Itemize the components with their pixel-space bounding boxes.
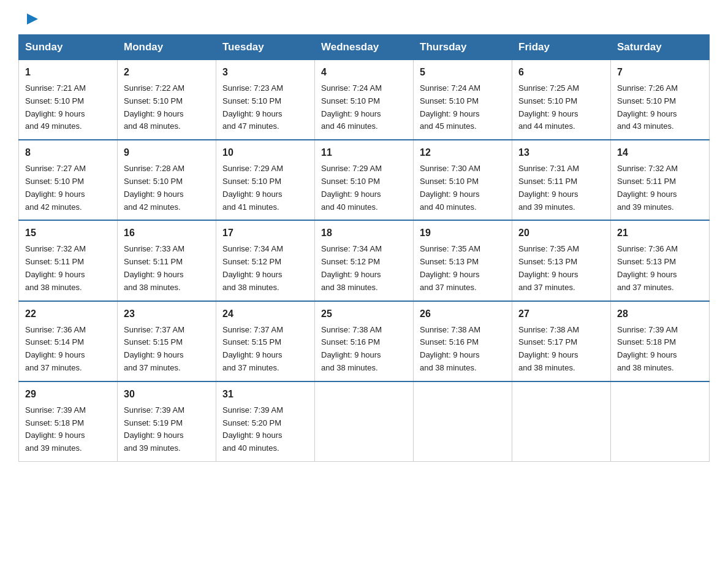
- day-number: 7: [617, 65, 703, 80]
- weekday-header-wednesday: Wednesday: [315, 35, 414, 60]
- page-header: [18, 12, 710, 25]
- calendar-cell: 9Sunrise: 7:28 AMSunset: 5:10 PMDaylight…: [118, 140, 216, 220]
- day-number: 24: [222, 307, 308, 321]
- calendar-week-row: 15Sunrise: 7:32 AMSunset: 5:11 PMDayligh…: [19, 220, 710, 301]
- calendar-cell: 18Sunrise: 7:34 AMSunset: 5:12 PMDayligh…: [315, 220, 414, 301]
- day-number: 4: [321, 65, 407, 80]
- calendar-cell: 22Sunrise: 7:36 AMSunset: 5:14 PMDayligh…: [19, 301, 118, 381]
- day-info: Sunrise: 7:34 AMSunset: 5:12 PMDaylight:…: [321, 243, 407, 294]
- day-number: 25: [321, 307, 407, 321]
- calendar-cell: 23Sunrise: 7:37 AMSunset: 5:15 PMDayligh…: [118, 301, 216, 381]
- logo-triangle-icon: [27, 13, 38, 25]
- calendar-cell: 4Sunrise: 7:24 AMSunset: 5:10 PMDaylight…: [315, 60, 414, 140]
- day-number: 3: [222, 65, 308, 80]
- day-number: 11: [321, 145, 407, 160]
- day-info: Sunrise: 7:36 AMSunset: 5:14 PMDaylight:…: [25, 324, 111, 375]
- calendar-cell: 13Sunrise: 7:31 AMSunset: 5:11 PMDayligh…: [512, 140, 611, 220]
- calendar-cell: 14Sunrise: 7:32 AMSunset: 5:11 PMDayligh…: [611, 140, 710, 220]
- day-info: Sunrise: 7:34 AMSunset: 5:12 PMDaylight:…: [222, 243, 308, 294]
- day-info: Sunrise: 7:27 AMSunset: 5:10 PMDaylight:…: [25, 163, 111, 213]
- day-info: Sunrise: 7:21 AMSunset: 5:10 PMDaylight:…: [25, 82, 111, 133]
- day-info: Sunrise: 7:33 AMSunset: 5:11 PMDaylight:…: [124, 243, 210, 294]
- calendar-cell: 15Sunrise: 7:32 AMSunset: 5:11 PMDayligh…: [19, 220, 118, 301]
- day-number: 31: [222, 387, 308, 402]
- day-number: 26: [420, 307, 506, 321]
- day-info: Sunrise: 7:32 AMSunset: 5:11 PMDaylight:…: [617, 163, 703, 213]
- calendar-week-row: 1Sunrise: 7:21 AMSunset: 5:10 PMDaylight…: [19, 60, 710, 140]
- day-number: 23: [124, 307, 210, 321]
- calendar-cell: 3Sunrise: 7:23 AMSunset: 5:10 PMDaylight…: [216, 60, 315, 140]
- calendar-cell: [512, 381, 611, 462]
- day-number: 29: [25, 387, 111, 402]
- calendar-cell: 30Sunrise: 7:39 AMSunset: 5:19 PMDayligh…: [118, 381, 216, 462]
- day-number: 6: [518, 65, 604, 80]
- day-info: Sunrise: 7:39 AMSunset: 5:19 PMDaylight:…: [124, 404, 210, 455]
- calendar-cell: 17Sunrise: 7:34 AMSunset: 5:12 PMDayligh…: [216, 220, 315, 301]
- day-number: 5: [420, 65, 506, 80]
- calendar-cell: [414, 381, 512, 462]
- calendar-cell: 16Sunrise: 7:33 AMSunset: 5:11 PMDayligh…: [118, 220, 216, 301]
- calendar-cell: 27Sunrise: 7:38 AMSunset: 5:17 PMDayligh…: [512, 301, 611, 381]
- day-info: Sunrise: 7:29 AMSunset: 5:10 PMDaylight:…: [222, 163, 308, 213]
- weekday-header-sunday: Sunday: [19, 35, 118, 60]
- calendar-cell: 8Sunrise: 7:27 AMSunset: 5:10 PMDaylight…: [19, 140, 118, 220]
- day-number: 12: [420, 145, 506, 160]
- day-info: Sunrise: 7:24 AMSunset: 5:10 PMDaylight:…: [420, 82, 506, 133]
- calendar-cell: 29Sunrise: 7:39 AMSunset: 5:18 PMDayligh…: [19, 381, 118, 462]
- day-info: Sunrise: 7:35 AMSunset: 5:13 PMDaylight:…: [518, 243, 604, 294]
- calendar-cell: 2Sunrise: 7:22 AMSunset: 5:10 PMDaylight…: [118, 60, 216, 140]
- day-info: Sunrise: 7:25 AMSunset: 5:10 PMDaylight:…: [518, 82, 604, 133]
- day-info: Sunrise: 7:24 AMSunset: 5:10 PMDaylight:…: [321, 82, 407, 133]
- weekday-header-monday: Monday: [118, 35, 216, 60]
- calendar-cell: 12Sunrise: 7:30 AMSunset: 5:10 PMDayligh…: [414, 140, 512, 220]
- calendar-cell: 28Sunrise: 7:39 AMSunset: 5:18 PMDayligh…: [611, 301, 710, 381]
- weekday-header-tuesday: Tuesday: [216, 35, 315, 60]
- weekday-header-saturday: Saturday: [611, 35, 710, 60]
- day-info: Sunrise: 7:32 AMSunset: 5:11 PMDaylight:…: [25, 243, 111, 294]
- weekday-header-friday: Friday: [512, 35, 611, 60]
- svg-marker-0: [27, 13, 38, 25]
- calendar-cell: 31Sunrise: 7:39 AMSunset: 5:20 PMDayligh…: [216, 381, 315, 462]
- day-number: 20: [518, 226, 604, 240]
- day-number: 28: [617, 307, 703, 321]
- day-number: 9: [124, 145, 210, 160]
- day-number: 22: [25, 307, 111, 321]
- calendar-header-row: SundayMondayTuesdayWednesdayThursdayFrid…: [19, 35, 710, 60]
- weekday-header-thursday: Thursday: [414, 35, 512, 60]
- day-info: Sunrise: 7:29 AMSunset: 5:10 PMDaylight:…: [321, 163, 407, 213]
- day-info: Sunrise: 7:30 AMSunset: 5:10 PMDaylight:…: [420, 163, 506, 213]
- calendar-table: SundayMondayTuesdayWednesdayThursdayFrid…: [18, 34, 710, 462]
- day-number: 10: [222, 145, 308, 160]
- calendar-cell: 7Sunrise: 7:26 AMSunset: 5:10 PMDaylight…: [611, 60, 710, 140]
- calendar-cell: 19Sunrise: 7:35 AMSunset: 5:13 PMDayligh…: [414, 220, 512, 301]
- day-number: 30: [124, 387, 210, 402]
- calendar-week-row: 22Sunrise: 7:36 AMSunset: 5:14 PMDayligh…: [19, 301, 710, 381]
- day-info: Sunrise: 7:31 AMSunset: 5:11 PMDaylight:…: [518, 163, 604, 213]
- day-number: 14: [617, 145, 703, 160]
- day-info: Sunrise: 7:38 AMSunset: 5:16 PMDaylight:…: [420, 324, 506, 375]
- day-number: 2: [124, 65, 210, 80]
- day-number: 1: [25, 65, 111, 80]
- day-info: Sunrise: 7:26 AMSunset: 5:10 PMDaylight:…: [617, 82, 703, 133]
- day-number: 15: [25, 226, 111, 240]
- calendar-cell: 1Sunrise: 7:21 AMSunset: 5:10 PMDaylight…: [19, 60, 118, 140]
- calendar-cell: 24Sunrise: 7:37 AMSunset: 5:15 PMDayligh…: [216, 301, 315, 381]
- calendar-cell: 21Sunrise: 7:36 AMSunset: 5:13 PMDayligh…: [611, 220, 710, 301]
- day-number: 13: [518, 145, 604, 160]
- day-info: Sunrise: 7:28 AMSunset: 5:10 PMDaylight:…: [124, 163, 210, 213]
- calendar-cell: 11Sunrise: 7:29 AMSunset: 5:10 PMDayligh…: [315, 140, 414, 220]
- day-info: Sunrise: 7:39 AMSunset: 5:18 PMDaylight:…: [25, 404, 111, 455]
- day-info: Sunrise: 7:23 AMSunset: 5:10 PMDaylight:…: [222, 82, 308, 133]
- day-number: 17: [222, 226, 308, 240]
- day-info: Sunrise: 7:36 AMSunset: 5:13 PMDaylight:…: [617, 243, 703, 294]
- day-number: 21: [617, 226, 703, 240]
- day-number: 19: [420, 226, 506, 240]
- day-number: 8: [25, 145, 111, 160]
- calendar-cell: 26Sunrise: 7:38 AMSunset: 5:16 PMDayligh…: [414, 301, 512, 381]
- calendar-cell: [611, 381, 710, 462]
- day-info: Sunrise: 7:38 AMSunset: 5:17 PMDaylight:…: [518, 324, 604, 375]
- calendar-cell: 25Sunrise: 7:38 AMSunset: 5:16 PMDayligh…: [315, 301, 414, 381]
- day-info: Sunrise: 7:35 AMSunset: 5:13 PMDaylight:…: [420, 243, 506, 294]
- calendar-cell: 20Sunrise: 7:35 AMSunset: 5:13 PMDayligh…: [512, 220, 611, 301]
- day-number: 16: [124, 226, 210, 240]
